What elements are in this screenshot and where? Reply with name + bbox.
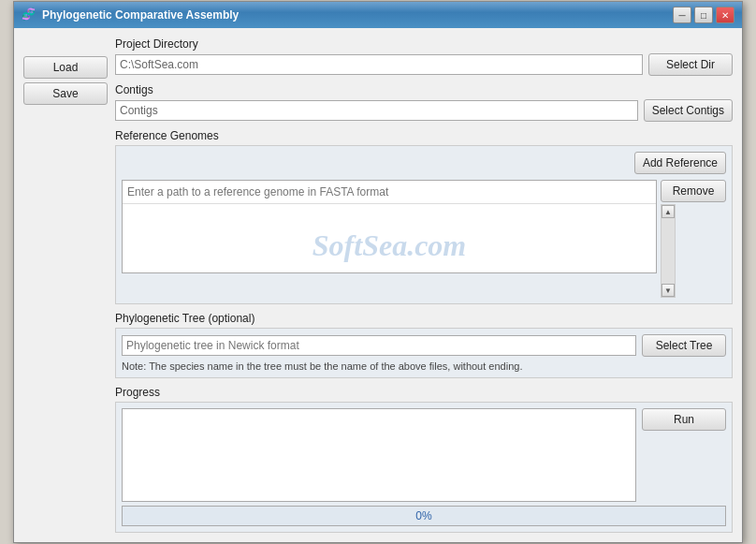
progress-label: Progress: [115, 386, 733, 399]
project-directory-input[interactable]: [115, 54, 643, 75]
phylogenetic-tree-label: Phylogenetic Tree (optional): [115, 312, 733, 325]
save-button[interactable]: Save: [23, 82, 108, 105]
contigs-input[interactable]: [115, 100, 638, 121]
scroll-track: [662, 218, 675, 284]
project-directory-section: Project Directory Select Dir: [115, 37, 733, 76]
reference-body: SoftSea.com Remove ▲ ▼: [122, 180, 726, 298]
select-tree-button[interactable]: Select Tree: [642, 334, 726, 357]
load-button[interactable]: Load: [23, 56, 108, 79]
titlebar-controls: ─ □ ✕: [673, 7, 734, 23]
scroll-up-arrow[interactable]: ▲: [662, 205, 675, 218]
maximize-button[interactable]: □: [694, 7, 713, 23]
titlebar-left: 🧬 Phylogenetic Comparative Assembly: [22, 7, 239, 22]
close-button[interactable]: ✕: [716, 7, 734, 23]
reference-genomes-label: Reference Genomes: [115, 129, 733, 142]
app-icon: 🧬: [22, 7, 36, 22]
select-dir-button[interactable]: Select Dir: [648, 53, 733, 76]
project-directory-label: Project Directory: [115, 37, 733, 51]
main-form-area: Project Directory Select Dir Contigs Sel…: [115, 37, 733, 533]
progress-output-box: [122, 408, 636, 502]
left-action-buttons: Load Save: [23, 37, 108, 533]
window-title: Phylogenetic Comparative Assembly: [42, 8, 239, 22]
reference-input-row: [123, 181, 656, 204]
phylogenetic-tree-section: Phylogenetic Tree (optional) Select Tree…: [115, 312, 733, 378]
remove-button[interactable]: Remove: [661, 180, 726, 202]
reference-genomes-panel: Add Reference SoftSea.com Remove: [115, 145, 733, 304]
tree-row: Select Tree: [122, 334, 726, 357]
tree-note: Note: The species name in the tree must …: [122, 360, 726, 372]
progress-body: Run: [122, 408, 726, 502]
project-directory-row: Select Dir: [115, 53, 733, 76]
scroll-down-arrow[interactable]: ▼: [662, 284, 675, 297]
minimize-button[interactable]: ─: [673, 7, 691, 23]
select-contigs-button[interactable]: Select Contigs: [644, 99, 733, 122]
titlebar: 🧬 Phylogenetic Comparative Assembly ─ □ …: [14, 2, 742, 28]
run-button[interactable]: Run: [642, 408, 726, 431]
watermark: SoftSea.com: [313, 228, 466, 263]
progress-bar-container: 0%: [122, 506, 726, 526]
progress-section: Progress Run 0%: [115, 386, 733, 533]
contigs-section: Contigs Select Contigs: [115, 83, 733, 122]
scrollbar: ▲ ▼: [661, 204, 676, 298]
reference-genome-input[interactable]: [125, 184, 653, 200]
reference-list: SoftSea.com: [122, 180, 657, 273]
add-reference-button[interactable]: Add Reference: [634, 152, 726, 174]
contigs-label: Contigs: [115, 83, 733, 96]
tree-panel: Select Tree Note: The species name in th…: [115, 328, 733, 378]
reference-right-panel: Remove ▲ ▼: [661, 180, 726, 298]
reference-header: Add Reference: [122, 152, 726, 174]
contigs-row: Select Contigs: [115, 99, 733, 122]
content-area: Load Save Project Directory Select Dir C…: [14, 28, 742, 542]
progress-panel: Run 0%: [115, 402, 733, 533]
progress-percent: 0%: [123, 509, 725, 522]
main-window: 🧬 Phylogenetic Comparative Assembly ─ □ …: [13, 1, 743, 543]
reference-genomes-section: Reference Genomes Add Reference SoftSea.…: [115, 129, 733, 304]
tree-input[interactable]: [122, 335, 636, 356]
